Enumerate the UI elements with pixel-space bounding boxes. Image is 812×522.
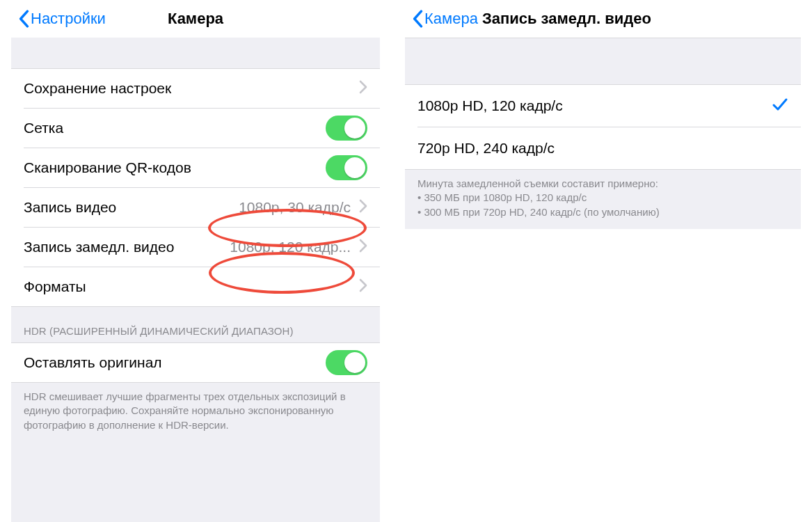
group-header-hdr: HDR (РАСШИРЕННЫЙ ДИНАМИЧЕСКИЙ ДИАПАЗОН) (11, 307, 380, 342)
row-value: 1080p, 30 кадр/с (239, 199, 351, 216)
chevron-left-icon (412, 10, 423, 28)
back-button[interactable]: Камера (412, 10, 478, 28)
option-label: 720p HD, 240 кадр/с (417, 140, 788, 157)
row-grid[interactable]: Сетка (11, 109, 380, 148)
row-formats[interactable]: Форматы (11, 267, 380, 306)
row-record-video[interactable]: Запись видео 1080p, 30 кадр/с (11, 188, 380, 227)
option-1080p-120[interactable]: 1080p HD, 120 кадр/с (405, 85, 801, 127)
toggle-switch-on[interactable] (326, 116, 367, 141)
toggle-switch-on[interactable] (326, 155, 367, 180)
row-save-settings[interactable]: Сохранение настроек (11, 69, 380, 108)
row-label: Сохранение настроек (24, 80, 355, 97)
row-hdr-original[interactable]: Оставлять оригинал (11, 343, 380, 382)
chevron-right-icon (359, 278, 367, 296)
back-label: Настройки (31, 10, 106, 28)
group-footer-slomo: Минута замедленной съемки составит приме… (405, 170, 801, 229)
option-720p-240[interactable]: 720p HD, 240 кадр/с (405, 127, 801, 169)
page-title: Запись замедл. видео (482, 10, 651, 28)
chevron-right-icon (359, 80, 367, 97)
slomo-options-group: 1080p HD, 120 кадр/с 720p HD, 240 кадр/с (405, 84, 801, 170)
back-button[interactable]: Настройки (18, 10, 106, 28)
slomo-settings-pane: Камера Запись замедл. видео 1080p HD, 12… (405, 0, 801, 278)
row-label: Сетка (24, 120, 326, 136)
row-label: Оставлять оригинал (24, 354, 326, 371)
toggle-switch-on[interactable] (326, 350, 367, 375)
row-value: 1080p, 120 кадр... (230, 239, 351, 255)
settings-group-main: Сохранение настроек Сетка Сканирование Q… (11, 68, 380, 307)
row-record-slomo[interactable]: Запись замедл. видео 1080p, 120 кадр... (11, 228, 380, 267)
nav-bar: Настройки Камера (11, 0, 380, 38)
camera-settings-pane: Настройки Камера Сохранение настроек Сет… (11, 0, 380, 522)
row-qr-scan[interactable]: Сканирование QR-кодов (11, 148, 380, 187)
chevron-right-icon (359, 199, 367, 216)
back-label: Камера (424, 10, 478, 28)
row-label: Запись видео (24, 199, 177, 216)
row-label: Форматы (24, 278, 355, 295)
checkmark-icon (772, 97, 788, 116)
row-label: Запись замедл. видео (24, 239, 202, 255)
option-label: 1080p HD, 120 кадр/с (417, 97, 772, 114)
chevron-left-icon (18, 10, 29, 28)
row-label: Сканирование QR-кодов (24, 159, 326, 176)
group-footer-hdr: HDR смешивает лучшие фрагменты трех отде… (11, 383, 380, 442)
settings-group-hdr: Оставлять оригинал (11, 342, 380, 383)
chevron-right-icon (359, 239, 367, 256)
nav-bar: Камера Запись замедл. видео (405, 0, 801, 38)
